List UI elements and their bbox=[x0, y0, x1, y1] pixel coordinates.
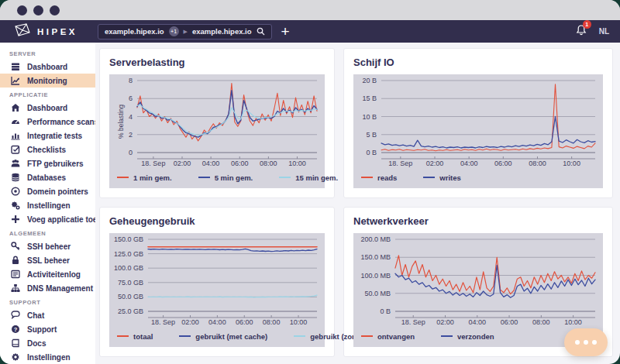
sidebar-item-docs[interactable]: Docs bbox=[0, 336, 95, 350]
search-icon[interactable] bbox=[257, 25, 265, 39]
sidebar-section-label: SERVER bbox=[0, 46, 95, 60]
svg-text:50.0 MB: 50.0 MB bbox=[364, 290, 391, 297]
card-title: Serverbelasting bbox=[109, 57, 325, 68]
chat-bubble-button[interactable] bbox=[564, 328, 608, 356]
question-icon: ? bbox=[11, 325, 20, 334]
sidebar-item-activiteitenlog[interactable]: Activiteitenlog bbox=[0, 267, 95, 281]
svg-text:18. Sep: 18. Sep bbox=[141, 160, 165, 167]
svg-text:04:00: 04:00 bbox=[208, 318, 226, 326]
sidebar-item-integratie-tests[interactable]: Integratie tests bbox=[0, 129, 95, 143]
svg-text:6: 6 bbox=[129, 94, 133, 102]
svg-text:04:00: 04:00 bbox=[469, 318, 487, 326]
chat-icon bbox=[11, 311, 20, 320]
ellipsis-icon bbox=[592, 340, 597, 345]
svg-text:02:00: 02:00 bbox=[174, 160, 191, 167]
notifications-button[interactable]: 1 bbox=[576, 24, 587, 39]
window-control-dot[interactable] bbox=[33, 5, 43, 15]
card-serverbelasting: Serverbelasting 0246818. Sep02:0004:0006… bbox=[99, 48, 335, 198]
legend-item-totaal[interactable]: totaal bbox=[117, 332, 153, 341]
svg-text:18. Sep: 18. Sep bbox=[401, 318, 425, 326]
sidebar-item-dashboard[interactable]: Dashboard bbox=[0, 101, 95, 115]
window-control-dot[interactable] bbox=[17, 5, 27, 15]
svg-text:10:00: 10:00 bbox=[563, 160, 580, 167]
legend-item-verzonden[interactable]: verzonden bbox=[441, 332, 494, 341]
sidebar-item-ssl-beheer[interactable]: SSL beheer bbox=[0, 253, 95, 267]
svg-text:06:00: 06:00 bbox=[231, 160, 249, 167]
geheugengebruik-chart: 25.0 GB50.0 GB75.0 GB100.0 GB125.0 GB150… bbox=[109, 233, 325, 347]
sidebar-item-label: Databases bbox=[27, 173, 66, 182]
brand-name: HIPEX bbox=[37, 27, 78, 36]
sidebar-item-checklists[interactable]: Checklists bbox=[0, 143, 95, 156]
application-name[interactable]: example.hipex.io bbox=[192, 27, 252, 36]
legend-item-ontvangen[interactable]: ontvangen bbox=[361, 332, 415, 341]
svg-text:10 B: 10 B bbox=[362, 113, 377, 121]
sidebar-item-support[interactable]: ?Support bbox=[0, 322, 95, 336]
netwerkverkeer-chart: 0 B50.0 MB100.0 MB150.0 MB200.0 MB18. Se… bbox=[353, 233, 603, 347]
card-title: Netwerkverkeer bbox=[353, 215, 603, 227]
svg-text:18. Sep: 18. Sep bbox=[388, 160, 412, 167]
serverbelasting-plot: 0246818. Sep02:0004:0006:0008:0010:00 bbox=[109, 74, 325, 168]
legend-item-writes[interactable]: writes bbox=[423, 173, 460, 182]
chevron-right-icon: ▶ bbox=[184, 29, 188, 35]
sidebar-item-domein-pointers[interactable]: Domein pointers bbox=[0, 184, 95, 198]
sidebar-item-instellingen[interactable]: Instellingen bbox=[0, 350, 95, 364]
legend-swatch bbox=[361, 177, 373, 178]
sidebar-item-voeg-applicatie-toe[interactable]: Voeg applicatie toe bbox=[0, 212, 95, 226]
legend-item-gebruikt-met-cache-[interactable]: gebruikt (met cache) bbox=[179, 332, 267, 341]
sidebar-item-chat[interactable]: Chat bbox=[0, 308, 95, 322]
legend-item-5-min-gem-[interactable]: 5 min gem. bbox=[198, 173, 253, 182]
server-app-switcher[interactable]: example.hipex.io +1 ▶ example.hipex.io bbox=[98, 24, 272, 39]
language-selector[interactable]: NL bbox=[599, 27, 609, 36]
sidebar-item-monitoring[interactable]: Monitoring bbox=[0, 74, 95, 88]
sidebar-item-instellingen[interactable]: Instellingen bbox=[0, 198, 95, 212]
legend-label: ontvangen bbox=[377, 332, 415, 341]
hipex-logo-icon bbox=[14, 23, 31, 39]
legend-label: writes bbox=[439, 173, 460, 182]
svg-text:04:00: 04:00 bbox=[202, 160, 220, 167]
legend-swatch bbox=[117, 335, 129, 337]
svg-text:02:00: 02:00 bbox=[426, 160, 444, 167]
legend-item-15-min-gem-[interactable]: 15 min gem. bbox=[279, 173, 338, 182]
svg-text:08:00: 08:00 bbox=[260, 160, 277, 167]
serverbelasting-chart: 0246818. Sep02:0004:0006:0008:0010:00% b… bbox=[109, 74, 325, 188]
checkbox-icon bbox=[11, 145, 20, 154]
geheugengebruik-plot: 25.0 GB50.0 GB75.0 GB100.0 GB125.0 GB150… bbox=[109, 233, 325, 327]
sidebar-item-dns-management[interactable]: DNS Management bbox=[0, 281, 95, 295]
add-tab-button[interactable]: + bbox=[281, 24, 290, 39]
svg-text:50.0 GB: 50.0 GB bbox=[118, 293, 143, 300]
svg-text:0 B: 0 B bbox=[366, 149, 377, 156]
legend-label: 1 min gem. bbox=[133, 173, 172, 182]
legend-item-reads[interactable]: reads bbox=[361, 173, 397, 182]
gear-icon bbox=[11, 352, 20, 362]
legend-swatch bbox=[279, 177, 291, 178]
server-name[interactable]: example.hipex.io bbox=[105, 27, 164, 36]
card-schijf-io: Schijf IO 0 B5 B10 B15 B20 B18. Sep02:00… bbox=[343, 48, 613, 198]
sidebar-item-label: Support bbox=[27, 325, 57, 334]
sidebar-item-label: Checklists bbox=[27, 146, 66, 154]
svg-text:2: 2 bbox=[129, 131, 133, 139]
sidebar-section-label: SUPPORT bbox=[0, 295, 95, 308]
sidebar-item-ftp-gebruikers[interactable]: FTP gebruikers bbox=[0, 156, 95, 170]
server-icon bbox=[11, 62, 20, 71]
sidebar-item-ssh-beheer[interactable]: SSH beheer bbox=[0, 239, 95, 253]
chart-legend: readswrites bbox=[361, 168, 600, 187]
svg-text:08:00: 08:00 bbox=[532, 318, 550, 326]
svg-text:125.0 GB: 125.0 GB bbox=[114, 250, 143, 258]
notification-count-badge: 1 bbox=[583, 20, 591, 29]
sidebar-item-dashboard[interactable]: Dashboard bbox=[0, 60, 95, 74]
brand: HIPEX bbox=[14, 23, 78, 39]
svg-text:06:00: 06:00 bbox=[501, 318, 518, 326]
svg-text:20 B: 20 B bbox=[362, 77, 377, 84]
svg-text:04:00: 04:00 bbox=[460, 160, 478, 167]
sidebar-item-performance-scans[interactable]: Performance scans bbox=[0, 115, 95, 129]
svg-text:18. Sep: 18. Sep bbox=[151, 318, 175, 326]
window-control-dot[interactable] bbox=[50, 5, 60, 15]
sidebar-item-databases[interactable]: Databases bbox=[0, 170, 95, 184]
lock-icon bbox=[11, 256, 20, 265]
legend-item-1-min-gem-[interactable]: 1 min gem. bbox=[117, 173, 172, 182]
legend-label: reads bbox=[377, 173, 397, 182]
monitoring-icon bbox=[11, 76, 20, 85]
sidebar-item-label: Chat bbox=[27, 311, 44, 320]
sitemap-icon bbox=[11, 283, 20, 293]
sidebar-item-label: Activiteitenlog bbox=[27, 270, 81, 279]
